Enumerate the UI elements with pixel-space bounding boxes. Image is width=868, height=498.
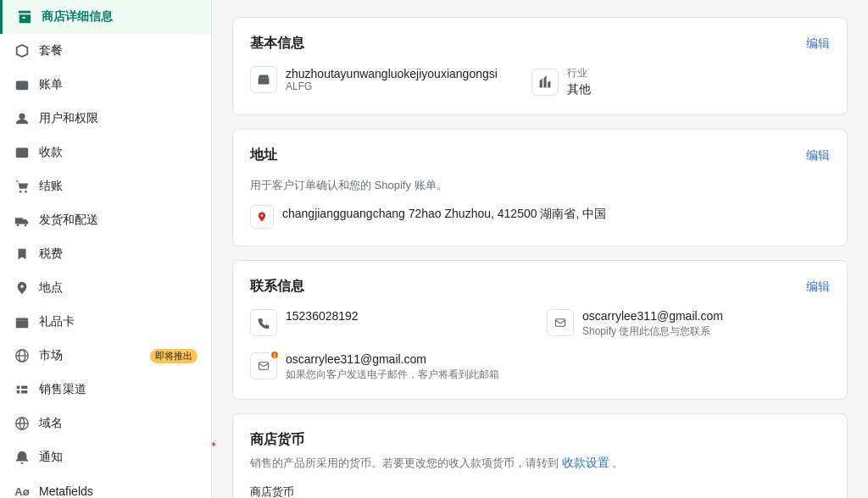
sidebar-label-users: 用户和权限 (39, 111, 198, 126)
address-text: changjiangguangchang 72hao Zhuzhou, 4125… (282, 205, 606, 223)
sidebar-item-payments[interactable]: 收款 (0, 136, 211, 169)
sidebar-item-sales-channels[interactable]: 销售渠道 (0, 373, 211, 407)
basic-info-edit-link[interactable]: 编辑 (806, 36, 830, 52)
contact-edit-link[interactable]: 编辑 (806, 279, 830, 295)
store-name-value: zhuzhoutayunwangluokejiyouxiangongsi (286, 67, 498, 80)
basic-info-card: 基本信息 编辑 zhuzhoutayunwangluokejiyouxiango… (232, 17, 848, 115)
currency-desc-text: 销售的产品所采用的货币。若要更改您的收入款项货币，请转到 (250, 456, 559, 469)
basic-info-title: 基本信息 (250, 35, 304, 53)
sidebar-item-taxes[interactable]: 税费 (0, 237, 211, 271)
sales-channels-icon (14, 381, 31, 398)
sidebar-item-billing[interactable]: 账单 (0, 68, 211, 102)
domains-icon (14, 415, 31, 432)
sidebar-label-shipping: 发货和配送 (39, 213, 198, 228)
address-header: 地址 编辑 (250, 147, 830, 164)
sidebar-item-users[interactable]: 用户和权限 (0, 102, 211, 136)
industry-info: 行业 其他 (567, 66, 591, 97)
address-description: 用于客户订单确认和您的 Shopify 账单。 (250, 178, 830, 193)
email-display-icon (547, 309, 574, 336)
currency-field: 商店货币 美元 (USD) ▾ 更改格式 (250, 484, 830, 498)
sidebar-label-metafields: Metafields (39, 484, 198, 498)
billing-icon (14, 76, 31, 93)
sidebar-label-billing: 账单 (39, 77, 198, 92)
currency-field-label: 商店货币 (250, 484, 830, 498)
sidebar-label-giftcards: 礼品卡 (39, 314, 198, 329)
sidebar-label-taxes: 税费 (39, 246, 198, 262)
shipping-icon (14, 212, 31, 229)
sidebar-item-metafields[interactable]: Aø Metafields (0, 474, 211, 498)
contact-phone-item: 15236028192 (250, 309, 533, 339)
email-warning-icon: ! (250, 352, 277, 379)
contact-title: 联系信息 (250, 278, 304, 296)
address-pin-icon (250, 205, 274, 229)
currency-description: 销售的产品所采用的货币。若要更改您的收入款项货币，请转到 收款设置 。 (250, 456, 830, 471)
notifications-icon (14, 449, 31, 466)
store-icon (250, 66, 277, 93)
svg-point-5 (17, 224, 19, 227)
phone-value: 15236028192 (286, 309, 359, 323)
giftcards-icon (14, 313, 31, 330)
sidebar-label-checkout: 结账 (39, 179, 198, 194)
sidebar: 商店详细信息 ← 套餐 账单 用户和权限 (0, 0, 212, 498)
industry-value: 其他 (567, 82, 591, 97)
sidebar-item-giftcards[interactable]: 礼品卡 (0, 305, 211, 339)
sidebar-item-packages[interactable]: 套餐 (0, 34, 211, 68)
main-content: 基本信息 编辑 zhuzhoutayunwangluokejiyouxiango… (212, 0, 868, 498)
email-warning-sub: 如果您向客户发送电子邮件，客户将看到此邮箱 (286, 368, 499, 382)
sidebar-label-sales-channels: 销售渠道 (39, 382, 198, 397)
sidebar-item-domains[interactable]: 域名 (0, 407, 211, 440)
sidebar-item-store-details[interactable]: 商店详细信息 ← (0, 0, 211, 34)
email-display-value: oscarrylee311@gmail.com (582, 309, 723, 323)
currency-desc-end: 。 (612, 456, 623, 469)
currency-payments-link[interactable]: 收款设置 (562, 456, 609, 469)
svg-rect-14 (259, 362, 268, 369)
users-icon (14, 110, 31, 127)
store-name-item: zhuzhoutayunwangluokejiyouxiangongsi ALF… (250, 66, 498, 93)
svg-rect-12 (259, 78, 270, 84)
industry-icon (531, 69, 559, 96)
payments-icon (14, 144, 31, 161)
sidebar-label-packages: 套餐 (39, 43, 198, 58)
sidebar-item-shipping[interactable]: 发货和配送 (0, 203, 211, 237)
svg-point-4 (25, 191, 27, 193)
email-warning-value: oscarrylee311@gmail.com (286, 352, 499, 366)
email-warning-info: oscarrylee311@gmail.com 如果您向客户发送电子邮件，客户将… (286, 352, 499, 382)
address-edit-link[interactable]: 编辑 (806, 148, 830, 163)
taxes-icon (14, 246, 31, 263)
currency-header: 商店货币 (250, 431, 830, 449)
svg-rect-7 (16, 320, 28, 328)
svg-rect-2 (16, 148, 28, 158)
sidebar-label-domains: 域名 (39, 416, 198, 431)
contact-email-warning-item: ! oscarrylee311@gmail.com 如果您向客户发送电子邮件，客… (250, 352, 830, 382)
packages-icon (14, 42, 31, 59)
address-card: 地址 编辑 用于客户订单确认和您的 Shopify 账单。 changjiang… (232, 129, 848, 246)
sidebar-item-markets[interactable]: 市场 即将推出 (0, 339, 211, 373)
svg-point-1 (19, 113, 25, 119)
sidebar-label-notifications: 通知 (39, 450, 198, 465)
currency-section-arrow: → (212, 433, 220, 455)
checkout-icon (14, 178, 31, 195)
industry-label: 行业 (567, 66, 591, 80)
currency-title: 商店货币 (250, 431, 304, 449)
sidebar-label-markets: 市场 (39, 348, 142, 363)
contact-card: 联系信息 编辑 15236028192 (232, 260, 848, 400)
store-name-info: zhuzhoutayunwangluokejiyouxiangongsi ALF… (286, 67, 498, 92)
svg-rect-13 (555, 319, 565, 326)
basic-info-row: zhuzhoutayunwangluokejiyouxiangongsi ALF… (250, 66, 830, 97)
sidebar-label-locations: 地点 (39, 280, 198, 296)
sidebar-item-notifications[interactable]: 通知 (0, 440, 211, 474)
basic-info-header: 基本信息 编辑 (250, 35, 830, 53)
sidebar-item-checkout[interactable]: 结账 (0, 169, 211, 203)
email-display-info: oscarrylee311@gmail.com Shopify 使用此信息与您联… (582, 309, 723, 339)
industry-item: 行业 其他 (531, 66, 591, 97)
phone-info: 15236028192 (286, 309, 359, 323)
svg-point-6 (25, 224, 27, 227)
svg-point-3 (19, 191, 22, 193)
sidebar-item-locations[interactable]: 地点 (0, 271, 211, 305)
svg-rect-0 (16, 81, 28, 91)
metafields-icon: Aø (14, 483, 31, 498)
phone-icon (250, 309, 277, 336)
contact-grid: 15236028192 oscarrylee311@gmail.com Shop… (250, 309, 830, 382)
email-display-sub: Shopify 使用此信息与您联系 (582, 324, 723, 339)
currency-card: → 商店货币 销售的产品所采用的货币。若要更改您的收入款项货币，请转到 收款设置… (232, 413, 848, 498)
